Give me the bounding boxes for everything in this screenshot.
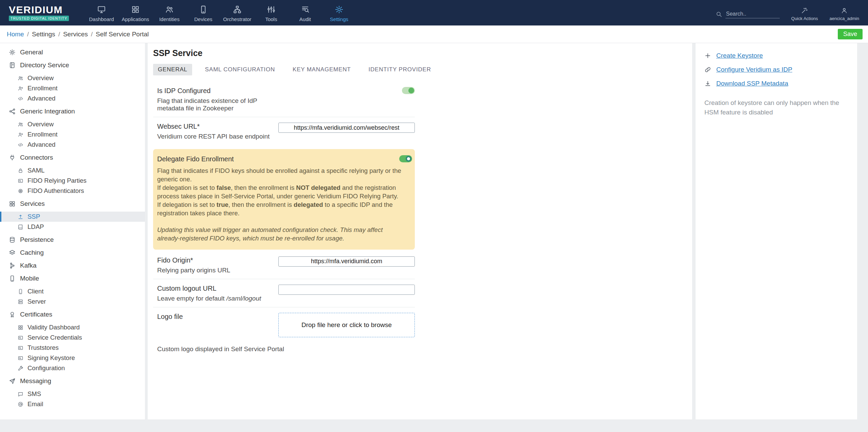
sidebar-item-integration-advanced[interactable]: Advanced [0, 140, 145, 150]
sidebar-item-service-credentials[interactable]: Service Credentials [0, 332, 145, 343]
sidebar-item-generic-integration[interactable]: Generic Integration [0, 106, 145, 116]
nav-item-devices[interactable]: Devices [186, 4, 220, 22]
field-logo-file: Logo file Drop file here or click to bro… [153, 307, 415, 342]
breadcrumb-services[interactable]: Services [63, 31, 88, 38]
dropzone-text: Drop file here or click to browse [301, 321, 392, 329]
sidebar-item-ssp[interactable]: SSP [0, 212, 145, 222]
delegate-fido-enrollment-toggle[interactable] [399, 155, 412, 162]
sidebar-item-fido-relying-parties[interactable]: FIDO Relying Parties [0, 176, 145, 186]
search-input[interactable] [725, 10, 780, 18]
breadcrumb-home[interactable]: Home [7, 31, 24, 38]
phone-icon [18, 289, 23, 294]
sidebar-item-persistence[interactable]: Persistence [0, 235, 145, 245]
code-icon [18, 142, 23, 148]
nav-item-applications[interactable]: Applications [118, 4, 152, 22]
logo-file-dropzone[interactable]: Drop file here or click to browse [278, 313, 415, 337]
action-label: Download SSP Metadata [716, 80, 788, 87]
delegate-description-line: Flag that indicates if FIDO keys should … [157, 167, 412, 184]
sidebar-item-mobile-client[interactable]: Client [0, 286, 145, 296]
sidebar-item-label: Client [27, 288, 43, 295]
tab-key-management[interactable]: KEY MANAGEMENT [288, 64, 355, 75]
sidebar-item-certificates[interactable]: Certificates [0, 309, 145, 320]
nav-item-tools[interactable]: Tools [254, 4, 288, 22]
book-icon [18, 224, 23, 230]
logo-text: VERIDIUM [9, 5, 69, 15]
custom-logout-input[interactable] [278, 285, 415, 295]
hsm-note: Creation of keystore can only happen whe… [704, 98, 851, 117]
sidebar-item-integration-enrollment[interactable]: Enrollment [0, 129, 145, 140]
create-keystore-link[interactable]: Create Keystore [704, 52, 851, 59]
sidebar-item-validity-dashboard[interactable]: Validity Dashboard [0, 322, 145, 332]
field-help: Veridium core REST API base endpoint [157, 133, 272, 140]
is-idp-configured-toggle[interactable] [402, 87, 415, 94]
gear-icon [9, 49, 16, 56]
nav-item-identities[interactable]: Identities [152, 4, 186, 22]
field-fido-origin: Fido Origin* Relying party origins URL [153, 251, 415, 279]
sidebar-item-email[interactable]: Email [0, 399, 145, 409]
grid-icon [131, 5, 140, 14]
content-area: General Directory Service Overview Enrol… [0, 43, 868, 419]
flow-icon [233, 5, 242, 14]
chat-icon [18, 391, 23, 397]
sidebar-item-kafka[interactable]: Kafka [0, 260, 145, 271]
sidebar-item-signing-keystore[interactable]: Signing Keystore [0, 353, 145, 363]
send-icon [9, 378, 16, 384]
sidebar-item-integration-overview[interactable]: Overview [0, 119, 145, 129]
nav-item-label: Devices [194, 16, 212, 22]
download-icon [704, 80, 711, 87]
sidebar-item-connectors[interactable]: Connectors [0, 152, 145, 163]
sidebar-item-caching[interactable]: Caching [0, 248, 145, 258]
quick-actions-button[interactable]: Quick Actions [791, 7, 818, 21]
tab-identity-provider[interactable]: IDENTITY PROVIDER [364, 64, 436, 75]
sidebar-item-configuration[interactable]: Configuration [0, 363, 145, 373]
enroll-icon [18, 86, 23, 91]
users-icon [165, 5, 174, 14]
tab-general[interactable]: GENERAL [153, 64, 192, 75]
nav-item-audit[interactable]: Audit [288, 4, 322, 22]
nav-item-settings[interactable]: Settings [322, 4, 356, 22]
users-icon [18, 122, 23, 127]
sidebar-item-mobile-server[interactable]: Server [0, 296, 145, 307]
sidebar-item-label: Validity Dashboard [27, 324, 80, 331]
configure-veridium-idp-link[interactable]: Configure Veridium as IDP [704, 66, 851, 73]
sidebar-item-ldap[interactable]: LDAP [0, 222, 145, 232]
sidebar-item-fido-authenticators[interactable]: FIDO Authenticators [0, 186, 145, 196]
sidebar-item-truststores[interactable]: Truststores [0, 343, 145, 353]
sidebar-item-label: Advanced [27, 95, 55, 102]
sidebar-item-label: Enrollment [27, 85, 57, 92]
user-menu[interactable]: aencica_admin [830, 7, 859, 21]
sidebar-item-services[interactable]: Services [0, 199, 145, 209]
sidebar-item-general[interactable]: General [0, 47, 145, 57]
sidebar-item-directory-advanced[interactable]: Advanced [0, 93, 145, 104]
sidebar-item-mobile[interactable]: Mobile [0, 273, 145, 284]
sidebar-item-label: Caching [20, 249, 44, 256]
sidebar-item-sms[interactable]: SMS [0, 389, 145, 399]
sidebar-item-saml[interactable]: SAML [0, 165, 145, 176]
lock-icon [18, 168, 23, 174]
sidebar-item-messaging[interactable]: Messaging [0, 376, 145, 386]
sidebar-item-directory-overview[interactable]: Overview [0, 73, 145, 83]
breadcrumb-settings[interactable]: Settings [32, 31, 55, 38]
sidebar-item-directory-service[interactable]: Directory Service [0, 60, 145, 70]
field-websec-url: Websec URL* Veridium core REST API base … [153, 117, 415, 145]
users-icon [18, 75, 23, 81]
download-ssp-metadata-link[interactable]: Download SSP Metadata [704, 80, 851, 87]
card-icon [18, 355, 23, 361]
veridium-logo[interactable]: VERIDIUM TRUSTED DIGITAL IDENTITY [9, 5, 69, 21]
websec-url-input[interactable] [278, 123, 415, 133]
grid-icon [9, 200, 16, 207]
field-is-idp-configured: Is IDP Configured Flag that indicates ex… [153, 82, 415, 117]
upload-icon [18, 214, 23, 220]
sidebar-item-label: Connectors [20, 154, 53, 161]
phone-icon [199, 5, 208, 14]
sidebar-item-directory-enrollment[interactable]: Enrollment [0, 83, 145, 93]
tab-saml-configuration[interactable]: SAML CONFIGURATION [200, 64, 280, 75]
sidebar-item-label: Kafka [20, 262, 37, 269]
save-button[interactable]: Save [838, 29, 863, 39]
field-help: Leave empty for default /saml/logout [157, 295, 272, 302]
search-icon[interactable] [716, 11, 722, 18]
nav-item-dashboard[interactable]: Dashboard [85, 4, 118, 22]
fido-origin-input[interactable] [278, 256, 415, 267]
field-help: Relying party origins URL [157, 267, 272, 274]
nav-item-orchestrator[interactable]: Orchestrator [220, 4, 254, 22]
